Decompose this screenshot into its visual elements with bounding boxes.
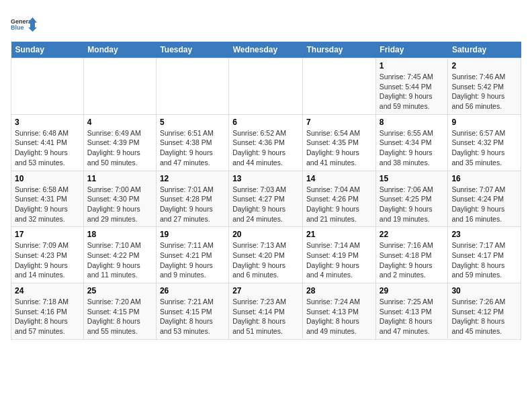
day-number: 19 bbox=[160, 230, 225, 239]
calendar-cell: 23Sunrise: 7:17 AM Sunset: 4:17 PM Dayli… bbox=[448, 227, 521, 283]
calendar-cell: 16Sunrise: 7:07 AM Sunset: 4:24 PM Dayli… bbox=[448, 171, 521, 227]
calendar-cell: 22Sunrise: 7:16 AM Sunset: 4:18 PM Dayli… bbox=[375, 227, 448, 283]
day-of-week-header: Wednesday bbox=[229, 42, 303, 58]
day-info: Sunrise: 6:52 AM Sunset: 4:36 PM Dayligh… bbox=[232, 128, 299, 168]
calendar-week-row: 17Sunrise: 7:09 AM Sunset: 4:23 PM Dayli… bbox=[11, 227, 521, 283]
day-number: 2 bbox=[451, 61, 517, 71]
calendar-week-row: 3Sunrise: 6:48 AM Sunset: 4:41 PM Daylig… bbox=[11, 114, 521, 171]
day-number: 24 bbox=[15, 286, 80, 295]
day-number: 4 bbox=[87, 118, 152, 127]
day-of-week-header: Saturday bbox=[448, 42, 521, 58]
calendar-cell: 30Sunrise: 7:26 AM Sunset: 4:12 PM Dayli… bbox=[448, 283, 521, 340]
day-info: Sunrise: 7:24 AM Sunset: 4:13 PM Dayligh… bbox=[306, 297, 372, 336]
day-info: Sunrise: 6:51 AM Sunset: 4:38 PM Dayligh… bbox=[160, 128, 225, 168]
logo-svg: General Blue bbox=[11, 11, 38, 38]
day-number: 16 bbox=[451, 174, 517, 183]
day-info: Sunrise: 7:14 AM Sunset: 4:19 PM Dayligh… bbox=[306, 240, 372, 280]
calendar-cell: 11Sunrise: 7:00 AM Sunset: 4:30 PM Dayli… bbox=[83, 171, 156, 227]
day-info: Sunrise: 7:26 AM Sunset: 4:12 PM Dayligh… bbox=[451, 297, 517, 336]
calendar-cell: 12Sunrise: 7:01 AM Sunset: 4:28 PM Dayli… bbox=[156, 171, 228, 227]
day-number: 29 bbox=[380, 286, 445, 295]
calendar-cell: 27Sunrise: 7:23 AM Sunset: 4:14 PM Dayli… bbox=[229, 283, 303, 340]
calendar-cell: 5Sunrise: 6:51 AM Sunset: 4:38 PM Daylig… bbox=[156, 114, 228, 171]
day-of-week-header: Thursday bbox=[303, 42, 376, 58]
day-number: 11 bbox=[87, 174, 152, 183]
day-info: Sunrise: 6:55 AM Sunset: 4:34 PM Dayligh… bbox=[380, 128, 445, 168]
day-number: 26 bbox=[160, 286, 225, 295]
day-info: Sunrise: 7:01 AM Sunset: 4:28 PM Dayligh… bbox=[160, 185, 225, 224]
day-number: 15 bbox=[380, 174, 445, 183]
day-number: 21 bbox=[306, 230, 372, 239]
day-info: Sunrise: 7:46 AM Sunset: 5:42 PM Dayligh… bbox=[451, 72, 517, 111]
day-number: 18 bbox=[87, 230, 152, 239]
day-info: Sunrise: 7:07 AM Sunset: 4:24 PM Dayligh… bbox=[451, 185, 517, 224]
day-info: Sunrise: 7:10 AM Sunset: 4:22 PM Dayligh… bbox=[87, 240, 152, 280]
day-info: Sunrise: 7:09 AM Sunset: 4:23 PM Dayligh… bbox=[15, 240, 80, 280]
calendar-cell: 6Sunrise: 6:52 AM Sunset: 4:36 PM Daylig… bbox=[229, 114, 303, 171]
day-info: Sunrise: 7:03 AM Sunset: 4:27 PM Dayligh… bbox=[232, 185, 299, 224]
calendar-cell bbox=[83, 58, 156, 115]
calendar-cell: 2Sunrise: 7:46 AM Sunset: 5:42 PM Daylig… bbox=[448, 58, 521, 115]
calendar-cell: 25Sunrise: 7:20 AM Sunset: 4:15 PM Dayli… bbox=[83, 283, 156, 340]
day-info: Sunrise: 6:58 AM Sunset: 4:31 PM Dayligh… bbox=[15, 185, 80, 224]
day-number: 20 bbox=[232, 230, 299, 239]
day-info: Sunrise: 7:16 AM Sunset: 4:18 PM Dayligh… bbox=[380, 240, 445, 280]
day-info: Sunrise: 6:48 AM Sunset: 4:41 PM Dayligh… bbox=[15, 128, 80, 168]
day-number: 6 bbox=[232, 118, 299, 127]
calendar-cell: 21Sunrise: 7:14 AM Sunset: 4:19 PM Dayli… bbox=[303, 227, 376, 283]
logo: General Blue bbox=[11, 11, 38, 38]
day-info: Sunrise: 7:17 AM Sunset: 4:17 PM Dayligh… bbox=[451, 240, 517, 280]
day-of-week-header: Tuesday bbox=[156, 42, 228, 58]
day-of-week-header: Friday bbox=[375, 42, 448, 58]
day-number: 7 bbox=[306, 118, 372, 127]
calendar-cell: 19Sunrise: 7:11 AM Sunset: 4:21 PM Dayli… bbox=[156, 227, 228, 283]
day-info: Sunrise: 7:45 AM Sunset: 5:44 PM Dayligh… bbox=[380, 72, 445, 111]
calendar-cell bbox=[303, 58, 376, 115]
day-number: 23 bbox=[451, 230, 517, 239]
day-number: 25 bbox=[87, 286, 152, 295]
day-number: 17 bbox=[15, 230, 80, 239]
day-info: Sunrise: 6:54 AM Sunset: 4:35 PM Dayligh… bbox=[306, 128, 372, 168]
header: General Blue bbox=[11, 11, 521, 38]
day-info: Sunrise: 7:23 AM Sunset: 4:14 PM Dayligh… bbox=[232, 297, 299, 336]
day-info: Sunrise: 7:00 AM Sunset: 4:30 PM Dayligh… bbox=[87, 185, 152, 224]
day-number: 28 bbox=[306, 286, 372, 295]
day-number: 14 bbox=[306, 174, 372, 183]
day-number: 5 bbox=[160, 118, 225, 127]
day-info: Sunrise: 7:04 AM Sunset: 4:26 PM Dayligh… bbox=[306, 185, 372, 224]
calendar-cell: 4Sunrise: 6:49 AM Sunset: 4:39 PM Daylig… bbox=[83, 114, 156, 171]
day-info: Sunrise: 7:25 AM Sunset: 4:13 PM Dayligh… bbox=[380, 297, 445, 336]
day-of-week-header: Sunday bbox=[11, 42, 84, 58]
day-number: 3 bbox=[15, 118, 80, 127]
calendar-cell: 15Sunrise: 7:06 AM Sunset: 4:25 PM Dayli… bbox=[375, 171, 448, 227]
day-info: Sunrise: 7:13 AM Sunset: 4:20 PM Dayligh… bbox=[232, 240, 299, 280]
calendar-cell: 13Sunrise: 7:03 AM Sunset: 4:27 PM Dayli… bbox=[229, 171, 303, 227]
day-number: 9 bbox=[451, 118, 517, 127]
day-number: 13 bbox=[232, 174, 299, 183]
day-number: 22 bbox=[380, 230, 445, 239]
day-info: Sunrise: 7:06 AM Sunset: 4:25 PM Dayligh… bbox=[380, 185, 445, 224]
calendar-body: 1Sunrise: 7:45 AM Sunset: 5:44 PM Daylig… bbox=[11, 58, 521, 340]
calendar-cell: 26Sunrise: 7:21 AM Sunset: 4:15 PM Dayli… bbox=[156, 283, 228, 340]
day-info: Sunrise: 6:57 AM Sunset: 4:32 PM Dayligh… bbox=[451, 128, 517, 168]
calendar-cell: 3Sunrise: 6:48 AM Sunset: 4:41 PM Daylig… bbox=[11, 114, 84, 171]
calendar-table: SundayMondayTuesdayWednesdayThursdayFrid… bbox=[11, 42, 521, 340]
calendar-cell: 17Sunrise: 7:09 AM Sunset: 4:23 PM Dayli… bbox=[11, 227, 84, 283]
calendar-cell: 1Sunrise: 7:45 AM Sunset: 5:44 PM Daylig… bbox=[375, 58, 448, 115]
calendar-header: SundayMondayTuesdayWednesdayThursdayFrid… bbox=[11, 42, 521, 58]
header-row: SundayMondayTuesdayWednesdayThursdayFrid… bbox=[11, 42, 521, 58]
calendar-cell: 29Sunrise: 7:25 AM Sunset: 4:13 PM Dayli… bbox=[375, 283, 448, 340]
day-info: Sunrise: 6:49 AM Sunset: 4:39 PM Dayligh… bbox=[87, 128, 152, 168]
day-info: Sunrise: 7:20 AM Sunset: 4:15 PM Dayligh… bbox=[87, 297, 152, 336]
calendar-cell bbox=[229, 58, 303, 115]
calendar-cell: 24Sunrise: 7:18 AM Sunset: 4:16 PM Dayli… bbox=[11, 283, 84, 340]
day-number: 1 bbox=[380, 61, 445, 71]
calendar-cell: 7Sunrise: 6:54 AM Sunset: 4:35 PM Daylig… bbox=[303, 114, 376, 171]
calendar-cell: 10Sunrise: 6:58 AM Sunset: 4:31 PM Dayli… bbox=[11, 171, 84, 227]
calendar-cell: 18Sunrise: 7:10 AM Sunset: 4:22 PM Dayli… bbox=[83, 227, 156, 283]
day-number: 30 bbox=[451, 286, 517, 295]
calendar-week-row: 24Sunrise: 7:18 AM Sunset: 4:16 PM Dayli… bbox=[11, 283, 521, 340]
calendar-week-row: 10Sunrise: 6:58 AM Sunset: 4:31 PM Dayli… bbox=[11, 171, 521, 227]
svg-text:Blue: Blue bbox=[11, 24, 24, 31]
day-info: Sunrise: 7:21 AM Sunset: 4:15 PM Dayligh… bbox=[160, 297, 225, 336]
